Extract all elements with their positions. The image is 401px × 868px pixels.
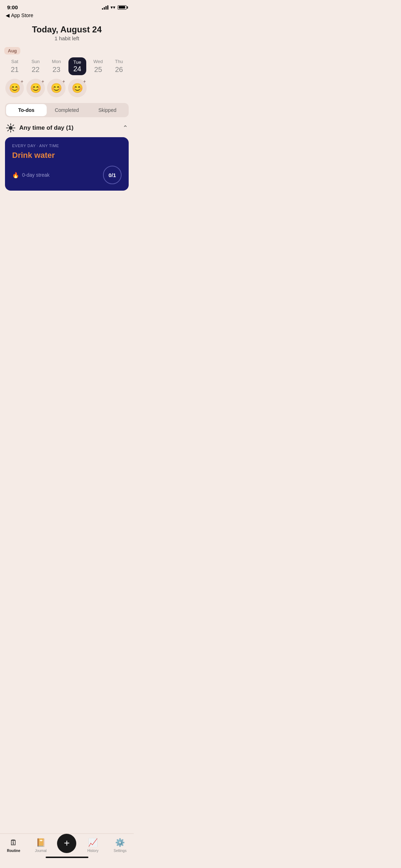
header: Today, August 24 1 habit left [0,21,134,43]
status-time: 9:00 [7,4,18,10]
month-badge[interactable]: Aug [4,47,20,55]
wifi-icon: ▾▾ [110,5,115,10]
header-date: Today, August 24 [0,25,134,35]
signal-icon [102,5,108,10]
fire-icon: 🔥 [12,172,19,179]
habit-card[interactable]: EVERY DAY · ANY TIME Drink water 🔥 0-day… [5,137,129,191]
svg-line-5 [8,125,9,126]
back-nav[interactable]: ◀ App Store [0,12,134,21]
mood-row: 😊+😊+😊+😊+ [0,75,134,103]
svg-line-7 [13,125,14,126]
mood-add-icon[interactable]: 😊+ [26,79,45,97]
header-subtitle: 1 habit left [0,35,134,41]
tab-to-dos[interactable]: To-dos [6,104,47,116]
cal-day-25[interactable]: Wed 25 [89,59,107,74]
status-bar: 9:00 ▾▾ [0,0,134,12]
time-section-label: Any time of day (1) [19,124,73,131]
calendar-section: Aug Sat 21Sun 22Mon 23 Tue 24 Wed 25Thu … [0,43,134,75]
svg-line-8 [8,130,9,131]
time-section: Any time of day (1) ⌃ [0,123,134,137]
cal-day-24[interactable]: Tue 24 [68,57,87,75]
cal-day-26[interactable]: Thu 26 [110,59,128,74]
back-arrow-icon: ◀ [6,12,10,18]
habit-frequency: EVERY DAY · ANY TIME [12,144,122,148]
calendar-row: Sat 21Sun 22Mon 23 Tue 24 Wed 25Thu 26 [4,57,129,75]
status-icons: ▾▾ [102,5,127,10]
mood-add-icon[interactable]: 😊+ [5,79,24,97]
habit-counter[interactable]: 0/1 [103,166,122,184]
cal-day-21[interactable]: Sat 21 [5,59,24,74]
svg-line-6 [13,130,14,131]
habit-streak: 🔥 0-day streak [12,172,50,179]
sun-icon [6,123,16,133]
cal-day-23[interactable]: Mon 23 [47,59,66,74]
tab-completed[interactable]: Completed [47,104,87,116]
mood-add-icon[interactable]: 😊+ [47,79,66,97]
svg-point-0 [9,126,12,130]
cal-day-22[interactable]: Sun 22 [26,59,45,74]
chevron-up-icon[interactable]: ⌃ [123,124,128,132]
battery-icon [118,5,127,10]
tabs: To-dosCompletedSkipped [5,103,129,117]
back-label: App Store [11,12,33,18]
tab-skipped[interactable]: Skipped [87,104,128,116]
mood-add-icon[interactable]: 😊+ [68,79,87,97]
habit-name: Drink water [12,151,122,160]
